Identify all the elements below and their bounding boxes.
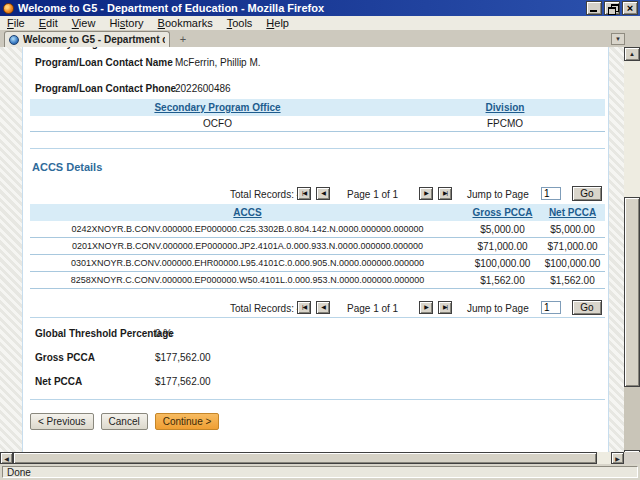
menu-edit[interactable]: Edit [32, 16, 65, 30]
gross-pcca-value: $71,000.00 [465, 241, 540, 252]
contact-phone-label: Program/Loan Contact Phone [35, 83, 176, 94]
jump-to-page-input[interactable] [541, 187, 561, 200]
vertical-scrollbar[interactable]: ▲ ▼ [624, 47, 640, 464]
scroll-left-button[interactable]: ◀ [0, 452, 13, 464]
contact-name-label: Program/Loan Contact Name [35, 57, 173, 68]
menu-history[interactable]: History [102, 16, 150, 30]
go-button[interactable]: Go [572, 300, 602, 315]
gross-pcca-value: $5,000.00 [465, 224, 540, 235]
minimize-icon [590, 10, 597, 12]
close-button[interactable]: × [622, 1, 638, 15]
next-page-button[interactable]: ▶ [419, 187, 433, 200]
divider [30, 148, 605, 149]
previous-page-button[interactable]: ◀ [316, 301, 330, 314]
last-page-button[interactable]: ▶| [438, 301, 452, 314]
menu-help[interactable]: Help [259, 16, 296, 30]
horizontal-scrollbar-thumb[interactable] [13, 452, 597, 464]
close-icon: × [627, 3, 633, 14]
gross-pcca-header-link[interactable]: Gross PCCA [472, 207, 532, 218]
secondary-office-table-row: OCFO FPCMO [30, 116, 605, 132]
menu-view[interactable]: View [65, 16, 103, 30]
secondary-program-office-header-link[interactable]: Secondary Program Office [154, 102, 280, 113]
previous-page-button[interactable]: ◀ [316, 187, 330, 200]
table-row: 0301XNOYR.B.CONV.000000.EHR00000.L95.410… [30, 255, 605, 272]
table-row: 8258XNOYR.C.CONV.000000.EP000000.W50.410… [30, 272, 605, 289]
first-page-button[interactable]: |◀ [297, 301, 311, 314]
restore-button[interactable] [604, 1, 620, 15]
statusbar: Done [0, 464, 640, 480]
menu-bookmarks[interactable]: Bookmarks [151, 16, 220, 30]
jump-to-page-input[interactable] [541, 301, 561, 314]
scrollbar-corner [624, 452, 640, 464]
menu-tools[interactable]: Tools [220, 16, 260, 30]
global-threshold-label: Global Threshold Percentage [35, 328, 174, 339]
total-records-label: Total Records: 4 [230, 189, 302, 200]
tabbar: Welcome to G5 - Department of Edu... + ▼ [0, 30, 640, 47]
table-row: 0201XNOYR.B.CONV.000000.EP000000.JP2.410… [30, 238, 605, 255]
accs-details-heading: ACCS Details [32, 161, 102, 173]
tab-favicon-globe-icon [9, 35, 19, 45]
go-button[interactable]: Go [572, 186, 602, 201]
accs-code: 8258XNOYR.C.CONV.000000.EP000000.W50.410… [30, 275, 465, 285]
accs-code: 0242XNOYR.B.CONV.000000.EP000000.C25.330… [30, 224, 465, 234]
scrollbar-track[interactable] [624, 387, 640, 450]
gross-pcca-value: $100,000.00 [465, 258, 540, 269]
vertical-scrollbar-thumb[interactable] [624, 197, 640, 387]
new-tab-button[interactable]: + [174, 33, 192, 46]
list-tabs-button[interactable]: ▼ [611, 33, 625, 45]
next-page-button[interactable]: ▶ [419, 301, 433, 314]
net-pcca-header-link[interactable]: Net PCCA [549, 207, 596, 218]
horizontal-scrollbar[interactable]: ◀ ▶ [0, 452, 624, 464]
jump-to-page-label: Jump to Page [467, 303, 529, 314]
table-row: 0242XNOYR.B.CONV.000000.EP000000.C25.330… [30, 221, 605, 238]
firefox-icon [3, 3, 14, 14]
net-pcca-value: $71,000.00 [540, 241, 605, 252]
divider [30, 317, 605, 318]
net-pcca-total-label: Net PCCA [35, 376, 82, 387]
secondary-office-value: OCFO [30, 118, 405, 129]
secondary-office-table-header: Secondary Program Office Division [30, 99, 605, 116]
net-pcca-value: $5,000.00 [540, 224, 605, 235]
accs-code: 0301XNOYR.B.CONV.000000.EHR00000.L95.410… [30, 258, 465, 268]
divider [30, 399, 605, 400]
page-indicator: Page 1 of 1 [347, 189, 398, 200]
contact-name-value: McFerrin, Phillip M. [175, 57, 261, 68]
division-header-link[interactable]: Division [486, 102, 525, 113]
browser-window: Welcome to G5 - Department of Education … [0, 0, 640, 480]
page-indicator: Page 1 of 1 [347, 303, 398, 314]
global-threshold-value: 0 % [155, 328, 172, 339]
active-tab[interactable]: Welcome to G5 - Department of Edu... [4, 31, 170, 47]
accs-table-header: ACCS Gross PCCA Net PCCA [30, 204, 605, 221]
net-pcca-value: $100,000.00 [540, 258, 605, 269]
scroll-up-button[interactable]: ▲ [624, 47, 640, 61]
menubar: File Edit View History Bookmarks Tools H… [0, 16, 640, 30]
previous-button[interactable]: < Previous [30, 413, 94, 430]
minimize-button[interactable] [586, 1, 602, 15]
net-pcca-value: $1,562.00 [540, 275, 605, 286]
jump-to-page-label: Jump to Page [467, 189, 529, 200]
menu-file[interactable]: File [0, 16, 32, 30]
titlebar: Welcome to G5 - Department of Education … [0, 0, 640, 16]
contact-phone-value: 2022600486 [175, 83, 231, 94]
accs-header-link[interactable]: ACCS [233, 207, 261, 218]
gross-pcca-total-label: Gross PCCA [35, 352, 95, 363]
clipped-primary-office-row: Primary Program Office DivisionOPE [35, 47, 595, 51]
status-text: Done [2, 466, 638, 478]
continue-button[interactable]: Continue > [155, 413, 220, 430]
total-records-label: Total Records: 4 [230, 303, 302, 314]
first-page-button[interactable]: |◀ [297, 187, 311, 200]
accs-code: 0201XNOYR.B.CONV.000000.EP000000.JP2.410… [30, 241, 465, 251]
gross-pcca-total-value: $177,562.00 [155, 352, 211, 363]
net-pcca-total-value: $177,562.00 [155, 376, 211, 387]
cancel-button[interactable]: Cancel [101, 413, 148, 430]
secondary-office-table: Secondary Program Office Division OCFO F… [30, 99, 605, 132]
tab-title: Welcome to G5 - Department of Edu... [23, 34, 165, 45]
pagination-bottom: Total Records: 4 |◀ ◀ Page 1 of 1 ▶ ▶| J… [0, 299, 640, 317]
last-page-button[interactable]: ▶| [438, 187, 452, 200]
scroll-right-button[interactable]: ▶ [611, 452, 624, 464]
restore-icon [608, 4, 617, 12]
accs-table: ACCS Gross PCCA Net PCCA 0242XNOYR.B.CON… [30, 204, 605, 289]
action-buttons: < Previous Cancel Continue > [30, 413, 219, 430]
pagination-top: Total Records: 4 |◀ ◀ Page 1 of 1 ▶ ▶| J… [0, 185, 640, 203]
division-value: FPCMO [405, 118, 605, 129]
